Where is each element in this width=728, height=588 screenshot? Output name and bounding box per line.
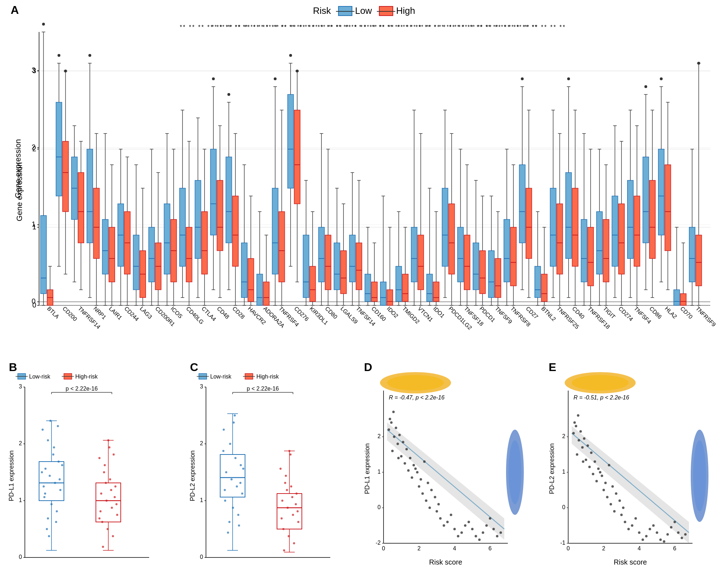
svg-point-603 [697, 62, 700, 65]
svg-rect-473 [550, 188, 556, 266]
svg-rect-187 [217, 180, 223, 251]
svg-point-753 [297, 510, 299, 512]
svg-point-643 [47, 517, 49, 519]
svg-point-855 [583, 437, 586, 440]
svg-rect-215 [248, 258, 254, 301]
svg-text:0: 0 [200, 554, 203, 560]
svg-point-896 [582, 461, 585, 463]
svg-point-667 [111, 507, 113, 509]
svg-text:R = -0.51, p < 2.2e-16: R = -0.51, p < 2.2e-16 [574, 394, 629, 401]
svg-point-861 [596, 480, 598, 483]
svg-point-780 [393, 436, 396, 438]
svg-rect-222 [257, 274, 263, 305]
svg-point-857 [590, 452, 593, 454]
svg-point-722 [222, 450, 224, 452]
svg-rect-201 [233, 196, 239, 266]
svg-text:R = -0.47, p < 2.2e-16: R = -0.47, p < 2.2e-16 [389, 394, 445, 401]
svg-text:CD40: CD40 [571, 305, 586, 320]
svg-rect-355 [411, 227, 417, 282]
svg-text:BTLA: BTLA [46, 305, 61, 320]
svg-point-814 [471, 528, 474, 530]
svg-point-456 [521, 77, 524, 80]
svg-point-850 [575, 425, 577, 428]
svg-point-826 [423, 461, 426, 463]
svg-point-717 [241, 492, 243, 495]
svg-point-859 [588, 466, 591, 468]
svg-point-782 [391, 450, 394, 452]
svg-point-710 [223, 429, 225, 431]
svg-point-897 [608, 464, 610, 467]
svg-rect-566 [658, 149, 664, 235]
svg-rect-264 [303, 235, 309, 298]
svg-rect-235 [272, 188, 278, 274]
svg-text:2: 2 [602, 545, 605, 551]
svg-point-678 [115, 503, 118, 505]
svg-rect-342 [396, 266, 402, 301]
legend-low-label: Low [355, 5, 372, 16]
svg-point-802 [434, 496, 436, 499]
svg-point-665 [100, 492, 102, 495]
panel-a: A Risk Low High Gene expression [11, 4, 717, 352]
svg-point-805 [439, 517, 442, 520]
svg-point-750 [281, 517, 283, 519]
svg-rect-48 [56, 102, 62, 196]
svg-rect-374 [433, 282, 439, 301]
svg-text:-1: -1 [560, 540, 565, 546]
svg-text:TIGIT: TIGIT [602, 305, 616, 320]
svg-point-824 [389, 418, 391, 420]
svg-rect-655 [96, 483, 121, 522]
svg-point-633 [47, 439, 49, 441]
svg-point-877 [628, 528, 630, 530]
svg-text:2: 2 [32, 145, 36, 153]
svg-text:2: 2 [200, 440, 203, 446]
svg-point-757 [387, 375, 444, 391]
svg-point-729 [238, 524, 240, 527]
svg-text:LAIR1: LAIR1 [108, 305, 124, 321]
panel-e-label: E [549, 361, 556, 374]
svg-text:3: 3 [200, 383, 203, 390]
svg-point-191 [212, 77, 215, 80]
svg-text:CD274: CD274 [618, 305, 634, 322]
svg-point-44 [42, 23, 45, 26]
svg-point-822 [500, 532, 502, 534]
svg-point-794 [416, 471, 419, 474]
svg-point-825 [397, 457, 400, 459]
svg-point-672 [103, 471, 105, 473]
svg-point-669 [101, 521, 103, 523]
svg-point-677 [110, 489, 112, 491]
svg-text:-2: -2 [376, 540, 381, 546]
svg-point-866 [604, 482, 607, 484]
svg-point-787 [400, 455, 403, 458]
svg-point-652 [48, 535, 50, 537]
svg-point-745 [288, 535, 290, 537]
svg-rect-400 [464, 235, 470, 290]
svg-rect-195 [226, 157, 232, 243]
svg-point-870 [613, 510, 616, 513]
svg-point-680 [107, 439, 109, 441]
svg-rect-381 [442, 188, 448, 266]
panel-a-label: A [11, 4, 19, 17]
svg-point-666 [105, 500, 108, 502]
svg-point-803 [438, 503, 440, 506]
svg-point-865 [601, 475, 603, 477]
svg-point-849 [572, 432, 575, 435]
svg-point-867 [603, 489, 605, 491]
svg-point-883 [649, 528, 651, 530]
svg-point-783 [395, 427, 397, 429]
svg-point-681 [113, 453, 115, 456]
svg-text:** ** ** ** ** ** ** ** ** ** : ** ** ** ** ** ** ** ** ** ** ** ** ** *… [212, 23, 537, 29]
svg-rect-54 [63, 141, 69, 212]
svg-text:CD28: CD28 [231, 305, 246, 320]
svg-rect-329 [380, 282, 386, 305]
svg-point-878 [631, 524, 634, 527]
svg-point-751 [286, 489, 288, 491]
svg-rect-241 [279, 212, 285, 282]
svg-point-816 [478, 539, 481, 541]
svg-text:1: 1 [19, 497, 22, 503]
svg-rect-466 [541, 274, 547, 301]
svg-point-887 [663, 540, 665, 543]
svg-rect-303 [349, 235, 355, 282]
svg-point-713 [240, 464, 242, 466]
svg-rect-76 [87, 149, 93, 243]
svg-text:CD200: CD200 [61, 305, 78, 322]
